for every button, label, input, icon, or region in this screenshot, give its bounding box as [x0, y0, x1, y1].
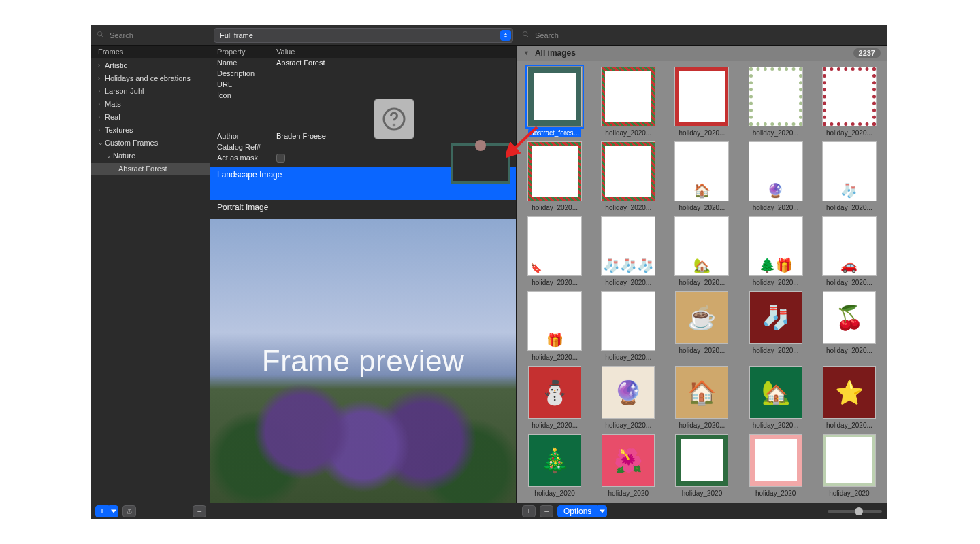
grid-item[interactable]: holiday_2020... [745, 67, 807, 137]
grid-item[interactable]: ☕holiday_2020... [670, 291, 733, 362]
svg-line-1 [101, 35, 103, 37]
grid-item[interactable]: holiday_2020 [670, 434, 733, 498]
svg-line-3 [527, 35, 528, 37]
search-icon [522, 31, 529, 39]
images-search-input[interactable] [534, 31, 882, 40]
chevron-right-icon: › [98, 86, 105, 97]
grid-item[interactable]: 🎁holiday_2020... [523, 291, 586, 362]
grid-item[interactable]: ⭐holiday_2020... [818, 366, 881, 430]
grid-item[interactable]: 🔮holiday_2020... [745, 141, 807, 212]
share-button[interactable] [122, 505, 136, 517]
grid-item[interactable]: 🏠holiday_2020... [670, 366, 733, 430]
tree-item-textures[interactable]: ›Textures [91, 124, 210, 137]
chevron-down-icon: ⌄ [98, 138, 105, 148]
grid-item[interactable]: 🎄holiday_2020 [523, 434, 586, 498]
svg-point-2 [523, 31, 527, 35]
act-as-mask-checkbox[interactable] [276, 154, 285, 163]
grid-item[interactable]: holiday_2020 [745, 434, 807, 498]
prop-name-value[interactable]: Absract Forest [276, 58, 516, 67]
options-menu-button[interactable] [598, 505, 607, 517]
options-button[interactable]: Options [557, 505, 598, 517]
chevron-right-icon: › [98, 61, 105, 71]
grid-item[interactable]: 🏡holiday_2020... [745, 366, 807, 430]
image-grid: abstract_fores... holiday_2020... holida… [523, 67, 881, 498]
grid-item[interactable]: holiday_2020 [818, 434, 881, 498]
grid-item[interactable]: holiday_2020... [523, 141, 586, 212]
tree-item-artistic[interactable]: ›Artistic [91, 59, 210, 72]
prop-mask-label: Act as mask [210, 154, 276, 162]
chevron-right-icon: › [98, 112, 105, 122]
grid-item[interactable]: 🏠holiday_2020... [670, 141, 733, 212]
sidebar-header: Frames [91, 46, 210, 58]
tree-item-holidays[interactable]: ›Holidays and celebrations [91, 72, 210, 85]
grid-add-button[interactable]: + [522, 505, 536, 517]
remove-button[interactable]: − [193, 505, 206, 517]
image-count-badge: 2237 [853, 48, 881, 58]
grid-item[interactable]: 🧦holiday_2020... [745, 291, 807, 362]
grid-item[interactable]: 🔮holiday_2020... [597, 366, 659, 430]
grid-item[interactable]: holiday_2020... [597, 291, 659, 362]
grid-item[interactable]: holiday_2020... [670, 67, 733, 137]
svg-point-0 [97, 31, 101, 35]
all-images-label: All images [535, 48, 576, 58]
chevron-right-icon: › [98, 99, 105, 109]
sidebar-search-container [91, 25, 210, 46]
prop-name-label: Name [210, 58, 276, 67]
tree-item-custom-frames[interactable]: ⌄Custom Frames [91, 137, 210, 150]
grid-item[interactable]: 🧦🧦🧦holiday_2020... [597, 216, 659, 287]
question-mark-icon[interactable] [374, 99, 414, 139]
grid-item[interactable]: 🔖holiday_2020... [523, 216, 586, 287]
landscape-thumbnail-dragged[interactable] [451, 143, 510, 184]
frame-preview: Frame preview [210, 219, 516, 503]
grid-item[interactable]: 🍒holiday_2020... [818, 291, 881, 362]
prop-description-label: Description [210, 69, 276, 78]
chevron-up-down-icon [500, 30, 511, 41]
grid-remove-button[interactable]: − [540, 505, 553, 517]
portrait-image-row[interactable]: Portrait Image [210, 200, 516, 215]
grid-item[interactable]: ⛄holiday_2020... [523, 366, 586, 430]
grid-item[interactable]: 🚗holiday_2020... [818, 216, 881, 287]
chevron-down-icon: ⌄ [106, 151, 113, 161]
images-search-container [517, 25, 887, 46]
frame-preview-label: Frame preview [262, 344, 464, 378]
sidebar-search-input[interactable] [108, 31, 205, 40]
grid-item[interactable]: holiday_2020... [597, 67, 659, 137]
dropdown-label: Full frame [220, 31, 253, 39]
chevron-right-icon: › [98, 73, 105, 84]
grid-item[interactable]: holiday_2020... [597, 141, 659, 212]
disclosure-triangle-icon[interactable]: ▼ [523, 50, 529, 56]
svg-point-5 [393, 124, 395, 126]
thumbnail-size-slider[interactable] [828, 510, 882, 513]
prop-url-label: URL [210, 80, 276, 88]
chevron-right-icon: › [98, 125, 105, 135]
prop-icon-label: Icon [210, 91, 276, 99]
add-menu-button[interactable] [109, 505, 118, 517]
grid-item[interactable]: 🧦holiday_2020... [818, 141, 881, 212]
prop-author-label: Author [210, 132, 276, 140]
tree-item-nature[interactable]: ⌄Nature [91, 150, 210, 163]
tree-item-real[interactable]: ›Real [91, 111, 210, 124]
grid-item[interactable]: 🌺holiday_2020 [597, 434, 659, 498]
prop-catalog-label: Catalog Ref# [210, 143, 276, 151]
tree-item-abstract-forest[interactable]: Absract Forest [91, 163, 210, 175]
frame-type-dropdown[interactable]: Full frame [214, 28, 513, 43]
tree-item-mats[interactable]: ›Mats [91, 98, 210, 111]
properties-header: Property Value [210, 46, 516, 58]
grid-item[interactable]: 🏡holiday_2020... [670, 216, 733, 287]
grid-item[interactable]: 🌲🎁holiday_2020... [745, 216, 807, 287]
grid-item[interactable]: abstract_fores... [523, 67, 586, 137]
search-icon [97, 31, 104, 39]
grid-item[interactable]: holiday_2020... [818, 67, 881, 137]
tree-item-larson-juhl[interactable]: ›Larson-Juhl [91, 85, 210, 98]
add-button[interactable]: + [95, 505, 109, 517]
